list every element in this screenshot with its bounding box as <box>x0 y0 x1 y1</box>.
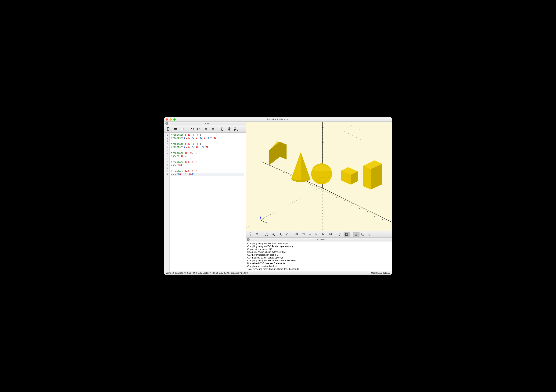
console-output[interactable]: Compiling design (CSG Tree generation)..… <box>246 241 392 271</box>
svg-line-45 <box>356 127 357 128</box>
svg-point-65 <box>249 233 251 234</box>
svg-line-39 <box>348 133 350 134</box>
view-back-button[interactable] <box>327 232 334 237</box>
code-line[interactable]: sphere(10); <box>171 155 244 158</box>
maximize-window-button[interactable] <box>173 118 176 121</box>
code-line[interactable]: translate([40, 0, 0]) <box>171 170 244 173</box>
svg-line-46 <box>359 128 361 129</box>
svg-line-40 <box>352 135 353 136</box>
code-area[interactable]: translate([-40, 0, 0])cylinder(h=20, r1=… <box>170 133 246 271</box>
view-right-button[interactable] <box>293 232 300 237</box>
svg-line-29 <box>382 218 383 221</box>
console-line: CGAL Polyhedrons in cache: 1 <box>247 254 390 256</box>
show-scale-button[interactable]: 10 <box>360 232 366 237</box>
view-left-button[interactable] <box>314 232 320 237</box>
console-panel: ✕ Console Compiling design (CSG Tree gen… <box>246 238 392 271</box>
code-line[interactable] <box>171 167 244 170</box>
line-gutter: 1234567891011121314 <box>164 133 170 271</box>
svg-rect-75 <box>346 234 348 235</box>
svg-text:STL: STL <box>234 129 238 131</box>
save-file-button[interactable] <box>179 126 185 132</box>
svg-line-11 <box>323 188 392 222</box>
code-editor[interactable]: 1234567891011121314 translate([-40, 0, 0… <box>164 133 246 271</box>
axis-z-label: z <box>261 214 262 216</box>
svg-line-38 <box>344 131 346 132</box>
window-title: PrimitiveSolids.scad <box>164 118 392 121</box>
perspective-toggle-button[interactable] <box>344 232 350 237</box>
titlebar[interactable]: PrimitiveSolids.scad <box>164 117 392 121</box>
svg-rect-0 <box>167 128 169 130</box>
reset-view-button[interactable] <box>284 232 290 237</box>
svg-line-72 <box>280 235 281 236</box>
console-line: Compile and preview finished. <box>247 265 390 268</box>
view-diagonal-button[interactable] <box>337 232 343 237</box>
code-line[interactable]: translate([0, 0, 10]) <box>171 151 244 155</box>
code-line[interactable]: cube(10); <box>171 164 244 167</box>
right-pane: x y z <box>246 121 392 271</box>
preview-view-button[interactable] <box>247 232 253 237</box>
show-crosshairs-button[interactable] <box>367 232 373 237</box>
code-line[interactable]: cube([8, 15, 20]); <box>171 173 244 176</box>
svg-marker-59 <box>363 166 371 189</box>
indent-button[interactable] <box>209 126 216 132</box>
code-line[interactable] <box>171 139 244 143</box>
code-line[interactable] <box>171 149 244 151</box>
undo-button[interactable] <box>189 126 195 132</box>
code-line[interactable]: translate([20, 0, 0]) <box>171 161 244 164</box>
svg-point-5 <box>229 130 230 131</box>
export-stl-button[interactable]: STL <box>233 126 239 132</box>
svg-line-62 <box>261 220 265 223</box>
axis-y-label: y <box>264 216 265 218</box>
svg-line-23 <box>336 196 338 198</box>
svg-line-63 <box>260 216 261 220</box>
svg-line-43 <box>347 128 348 128</box>
svg-point-4 <box>221 127 223 129</box>
view-top-button[interactable] <box>300 232 306 237</box>
close-window-button[interactable] <box>166 118 168 121</box>
minimize-window-button[interactable] <box>170 118 172 121</box>
code-line[interactable]: cylinder(h=20, r1=8, r2=8, $fn=3); <box>171 136 244 139</box>
console-close-button[interactable]: ✕ <box>247 238 250 241</box>
svg-point-66 <box>266 234 267 235</box>
svg-marker-48 <box>280 142 286 159</box>
code-line[interactable]: cylinder(h=20, r1=10, r2=0); <box>171 145 244 149</box>
svg-line-68 <box>274 235 275 236</box>
console-line: Geometry cache size in bytes: 413856 <box>247 251 390 254</box>
3d-viewport[interactable]: x y z <box>246 121 392 231</box>
status-app-version: OpenSCAD 2015.03 <box>371 272 390 274</box>
axis-x-label: x <box>266 222 267 224</box>
code-line[interactable]: translate([-20, 0, 0]) <box>171 143 244 145</box>
console-panel-title: Console <box>251 238 392 241</box>
zoom-out-button[interactable] <box>277 232 283 237</box>
view-toolbar: 10 <box>246 231 392 238</box>
view-front-button[interactable] <box>320 232 327 237</box>
open-file-button[interactable] <box>172 126 178 132</box>
new-file-button[interactable] <box>165 126 171 132</box>
editor-panel: ✕ Editor STL 1234567891011121314 transla… <box>164 121 246 271</box>
app-window: PrimitiveSolids.scad ✕ Editor STL <box>164 117 392 275</box>
console-line: Normalized CSG tree has 5 elements <box>247 262 390 265</box>
unindent-button[interactable] <box>203 126 209 132</box>
render-button[interactable] <box>226 126 232 132</box>
editor-close-button[interactable]: ✕ <box>165 122 168 125</box>
svg-line-42 <box>359 139 361 140</box>
svg-rect-74 <box>346 233 348 236</box>
zoom-in-button[interactable] <box>270 232 277 237</box>
render-view-button[interactable] <box>254 232 260 237</box>
code-line[interactable]: translate([-40, 0, 0]) <box>171 133 244 136</box>
code-line[interactable] <box>171 158 244 161</box>
editor-panel-header: ✕ Editor <box>164 121 246 125</box>
view-all-button[interactable] <box>263 232 270 237</box>
svg-line-44 <box>350 126 352 126</box>
view-bottom-button[interactable] <box>307 232 313 237</box>
svg-line-41 <box>356 137 357 138</box>
editor-panel-title: Editor <box>169 122 246 125</box>
preview-button[interactable] <box>219 126 225 132</box>
console-line: Compiling design (CSG Tree generation)..… <box>247 242 390 245</box>
console-panel-header: ✕ Console <box>246 238 392 241</box>
svg-rect-3 <box>181 129 183 130</box>
redo-button[interactable] <box>196 126 202 132</box>
show-axes-button[interactable] <box>353 232 359 237</box>
svg-line-64 <box>261 218 264 220</box>
status-bar: Viewport: translate = [ -0.00 -0.00 -0.0… <box>164 271 392 275</box>
